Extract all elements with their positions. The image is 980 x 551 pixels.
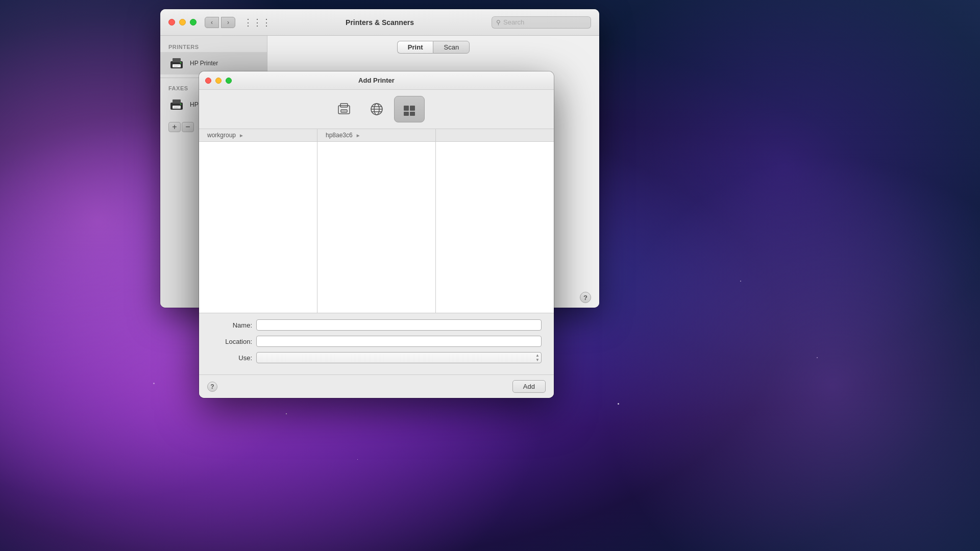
sidebar-item-1-label: HP Printer — [190, 60, 218, 67]
svg-rect-4 — [174, 66, 178, 67]
browser-columns-header: workgroup ► hp8ae3c6 ► — [199, 129, 554, 142]
dialog-form: Name: Location: Use: ▲ ▼ — [199, 313, 554, 374]
tab-print[interactable]: Print — [397, 41, 433, 54]
svg-point-5 — [180, 62, 182, 64]
col1-arrow: ► — [239, 133, 244, 138]
dialog-minimize-button[interactable] — [215, 78, 222, 84]
form-row-name: Name: — [211, 319, 542, 331]
browser-col-2[interactable] — [317, 142, 436, 313]
minimize-button[interactable] — [179, 19, 186, 26]
traffic-lights — [168, 19, 197, 26]
printer-icon-1 — [168, 55, 185, 71]
svg-rect-1 — [173, 58, 181, 62]
printers-section-label: Printers — [160, 40, 267, 52]
dialog-footer: ? Add — [199, 374, 554, 398]
forward-button[interactable]: › — [221, 17, 235, 28]
window-title: Printers & Scanners — [346, 18, 414, 27]
add-printer-button[interactable]: + — [168, 122, 181, 132]
browser-col-2-header: hp8ae3c6 ► — [317, 129, 436, 141]
back-button[interactable]: ‹ — [205, 17, 219, 28]
svg-rect-7 — [173, 99, 181, 104]
svg-rect-21 — [404, 106, 409, 111]
nav-buttons: ‹ › — [205, 17, 235, 28]
browser-col-3[interactable] — [436, 142, 554, 313]
form-row-use: Use: ▲ ▼ — [211, 352, 542, 363]
add-printer-dialog: Add Printer — [199, 71, 554, 398]
maximize-button[interactable] — [190, 19, 197, 26]
search-box: ⚲ — [492, 16, 591, 29]
printer-icon-2 — [168, 96, 185, 113]
use-label: Use: — [211, 354, 252, 362]
tab-scan[interactable]: Scan — [433, 41, 470, 54]
dialog-traffic-lights — [205, 78, 232, 84]
add-button[interactable]: Add — [512, 380, 546, 393]
grid-icon[interactable]: ⋮⋮⋮ — [243, 17, 271, 28]
use-select[interactable] — [256, 352, 542, 363]
svg-rect-23 — [404, 112, 409, 116]
browser-col-1[interactable] — [199, 142, 317, 313]
dialog-maximize-button[interactable] — [226, 78, 232, 84]
dialog-browser: workgroup ► hp8ae3c6 ► — [199, 129, 554, 313]
search-icon: ⚲ — [496, 19, 501, 26]
dialog-help-button[interactable]: ? — [207, 382, 217, 392]
location-label: Location: — [211, 338, 252, 345]
close-button[interactable] — [168, 19, 175, 26]
svg-rect-9 — [174, 107, 180, 107]
window-titlebar: ‹ › ⋮⋮⋮ Printers & Scanners ⚲ — [160, 9, 599, 36]
svg-rect-24 — [410, 112, 415, 116]
name-input[interactable] — [256, 319, 542, 331]
dialog-title: Add Printer — [358, 77, 395, 84]
browser-col-1-header: workgroup ► — [199, 129, 317, 141]
form-row-location: Location: — [211, 336, 542, 347]
svg-rect-15 — [342, 111, 346, 111]
browser-columns — [199, 142, 554, 313]
svg-rect-22 — [410, 106, 415, 111]
col2-arrow: ► — [356, 133, 361, 138]
search-input[interactable] — [503, 18, 586, 26]
use-select-wrapper: ▲ ▼ — [256, 352, 542, 363]
toolbar-default-button[interactable] — [329, 96, 359, 122]
tabs-row: Print Scan — [267, 36, 599, 54]
dialog-titlebar: Add Printer — [199, 71, 554, 90]
browser-col-3-header — [436, 129, 554, 141]
location-input[interactable] — [256, 336, 542, 347]
toolbar-windows-button[interactable] — [394, 96, 425, 122]
svg-rect-10 — [174, 108, 178, 108]
help-button-main[interactable]: ? — [580, 292, 591, 303]
name-label: Name: — [211, 321, 252, 329]
svg-point-11 — [180, 104, 182, 105]
dialog-close-button[interactable] — [205, 78, 211, 84]
remove-printer-button[interactable]: − — [182, 122, 194, 132]
toolbar-ip-button[interactable] — [361, 96, 392, 122]
svg-rect-3 — [174, 65, 180, 66]
dialog-toolbar — [199, 90, 554, 129]
